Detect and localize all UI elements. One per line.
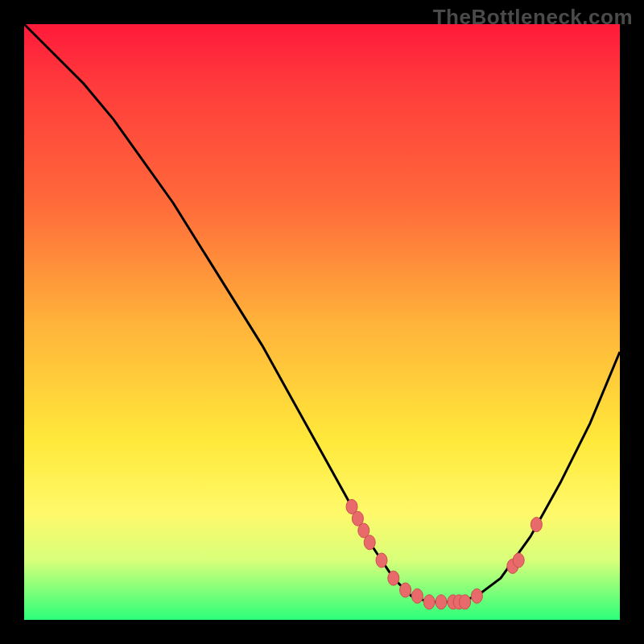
data-markers — [346, 499, 542, 609]
data-marker — [471, 588, 482, 603]
data-marker — [411, 588, 423, 603]
plot-area — [24, 24, 620, 620]
data-marker — [460, 595, 471, 609]
data-marker — [364, 535, 375, 550]
data-marker — [530, 518, 542, 532]
bottleneck-curve — [24, 24, 620, 602]
data-marker — [513, 553, 524, 568]
data-marker — [436, 595, 447, 609]
watermark-text: TheBottleneck.com — [433, 5, 633, 30]
data-marker — [400, 583, 411, 597]
chart-svg — [24, 24, 620, 620]
data-marker — [376, 553, 387, 568]
data-marker — [423, 595, 435, 609]
chart-frame: TheBottleneck.com — [0, 0, 644, 644]
data-marker — [388, 571, 399, 585]
